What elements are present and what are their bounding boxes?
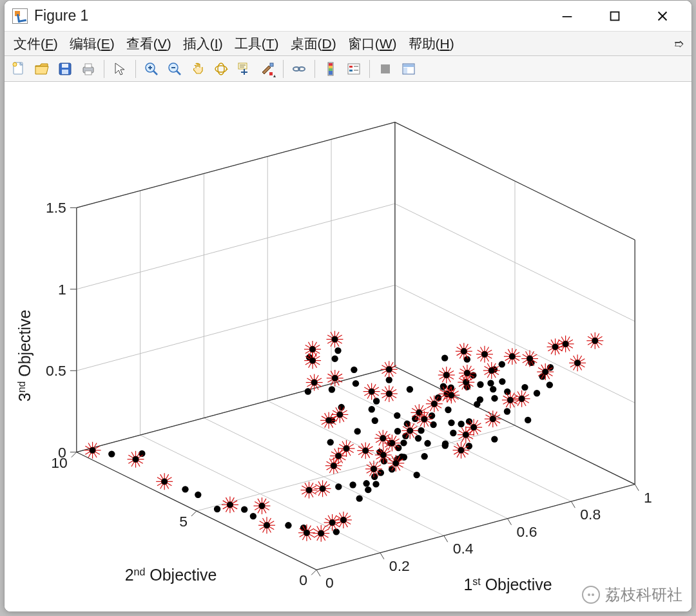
zoom-in-icon[interactable] xyxy=(141,59,162,79)
svg-point-234 xyxy=(491,436,498,442)
svg-point-420 xyxy=(320,486,325,492)
rotate-3d-icon[interactable] xyxy=(211,59,231,79)
svg-point-170 xyxy=(335,483,342,490)
layout-icon[interactable] xyxy=(398,59,419,79)
svg-point-336 xyxy=(380,452,386,458)
svg-rect-46 xyxy=(403,68,407,73)
svg-point-266 xyxy=(133,456,139,462)
svg-point-238 xyxy=(525,417,531,423)
svg-point-6 xyxy=(13,63,17,66)
dock-arrow-icon[interactable]: ➱ xyxy=(674,37,684,51)
menu-file[interactable]: 文件(F) xyxy=(10,34,62,54)
svg-text:1: 1 xyxy=(58,281,66,298)
watermark-text: 荔枝科研社 xyxy=(605,584,682,605)
maximize-button[interactable] xyxy=(600,3,630,29)
svg-point-217 xyxy=(331,356,338,362)
menu-desktop[interactable]: 桌面(D) xyxy=(287,34,340,54)
svg-point-539 xyxy=(310,358,316,363)
svg-rect-37 xyxy=(329,71,333,75)
menu-tools[interactable]: 工具(T) xyxy=(231,34,283,54)
window-title: Figure 1 xyxy=(34,7,552,24)
svg-point-469 xyxy=(369,389,374,394)
svg-point-448 xyxy=(337,412,343,418)
svg-text:0.5: 0.5 xyxy=(46,362,66,379)
svg-point-241 xyxy=(474,401,480,407)
svg-point-163 xyxy=(534,390,540,396)
svg-point-127 xyxy=(356,495,362,501)
svg-point-190 xyxy=(329,386,335,392)
svg-point-112 xyxy=(182,486,188,492)
matlab-figure-icon xyxy=(12,8,28,24)
svg-point-200 xyxy=(407,386,413,392)
svg-point-249 xyxy=(442,440,449,447)
svg-point-146 xyxy=(430,421,436,428)
svg-text:3nd Objective: 3nd Objective xyxy=(15,310,34,402)
axes-3d[interactable]: 00.20.40.60.81051000.511.51st Objective2… xyxy=(5,82,691,611)
menu-insert[interactable]: 插入(I) xyxy=(179,34,227,54)
svg-point-194 xyxy=(373,398,380,404)
menu-edit[interactable]: 编辑(E) xyxy=(66,34,119,54)
svg-point-490 xyxy=(449,392,454,398)
colorbar-icon[interactable] xyxy=(320,59,341,79)
svg-point-315 xyxy=(329,519,335,525)
svg-point-413 xyxy=(563,341,568,347)
svg-point-144 xyxy=(415,435,421,441)
svg-point-392 xyxy=(527,356,532,361)
svg-point-113 xyxy=(195,492,201,498)
svg-point-120 xyxy=(285,522,291,528)
new-figure-icon[interactable] xyxy=(8,59,29,79)
svg-point-322 xyxy=(340,517,346,523)
menu-window[interactable]: 窗口(W) xyxy=(344,34,401,54)
stop-icon[interactable] xyxy=(375,59,396,79)
svg-point-476 xyxy=(386,390,392,396)
svg-point-117 xyxy=(250,513,256,519)
save-icon[interactable] xyxy=(55,59,75,79)
data-cursor-icon[interactable] xyxy=(234,59,255,79)
svg-point-206 xyxy=(440,383,447,390)
svg-point-602 xyxy=(519,396,525,401)
pan-icon[interactable] xyxy=(188,59,208,79)
brush-icon[interactable] xyxy=(257,59,278,79)
close-button[interactable] xyxy=(648,3,677,29)
svg-text:0: 0 xyxy=(58,444,66,461)
minimize-button[interactable] xyxy=(552,3,582,29)
svg-line-14 xyxy=(153,71,157,75)
svg-point-135 xyxy=(394,428,401,434)
print-icon[interactable] xyxy=(78,59,99,79)
svg-point-171 xyxy=(349,481,356,488)
legend-icon[interactable] xyxy=(343,59,364,79)
window-controls xyxy=(552,3,677,29)
svg-text:1: 1 xyxy=(644,489,652,506)
svg-point-644 xyxy=(471,425,477,430)
svg-point-427 xyxy=(331,463,336,468)
svg-point-197 xyxy=(394,412,400,419)
svg-point-109 xyxy=(108,450,115,457)
svg-point-21 xyxy=(218,63,224,75)
figure-toolbar xyxy=(5,56,691,82)
svg-point-155 xyxy=(477,381,483,388)
svg-point-143 xyxy=(413,472,420,478)
menu-view[interactable]: 查看(V) xyxy=(122,34,175,54)
wechat-icon xyxy=(582,586,600,604)
menu-help[interactable]: 帮助(H) xyxy=(405,34,458,54)
zoom-out-icon[interactable] xyxy=(164,59,185,79)
svg-point-378 xyxy=(488,367,494,373)
svg-point-273 xyxy=(162,479,168,485)
pointer-icon[interactable] xyxy=(110,59,130,79)
axes-canvas[interactable]: 00.20.40.60.81051000.511.51st Objective2… xyxy=(5,82,691,611)
svg-text:1st Objective: 1st Objective xyxy=(463,575,552,593)
svg-point-243 xyxy=(504,389,510,395)
svg-point-250 xyxy=(450,430,456,436)
svg-marker-22 xyxy=(226,68,228,70)
svg-point-218 xyxy=(334,347,341,354)
svg-point-623 xyxy=(421,416,427,422)
svg-point-210 xyxy=(441,354,448,361)
link-icon[interactable] xyxy=(289,59,309,79)
open-icon[interactable] xyxy=(32,59,52,79)
svg-point-114 xyxy=(214,506,220,512)
svg-point-581 xyxy=(507,397,513,403)
svg-point-609 xyxy=(575,360,581,366)
svg-point-244 xyxy=(521,384,528,390)
svg-point-329 xyxy=(371,466,376,472)
svg-point-225 xyxy=(400,439,407,446)
